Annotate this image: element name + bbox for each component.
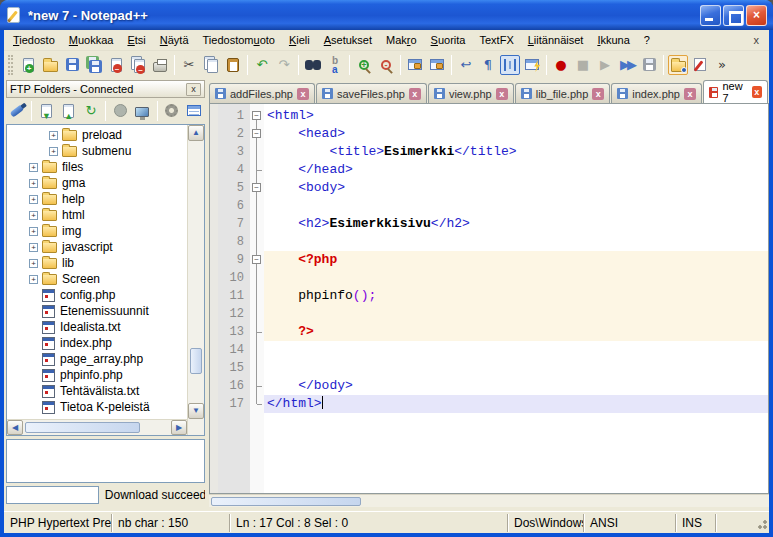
function-completion-icon[interactable] [522, 55, 542, 75]
expand-icon[interactable]: + [29, 195, 38, 204]
editor-line-17[interactable]: 17</html> [210, 395, 768, 413]
menu-item-asetukset[interactable]: Asetukset [317, 32, 379, 48]
cut-icon[interactable]: ✂ [179, 55, 199, 75]
tab-new-7[interactable]: new 7x [703, 80, 768, 103]
editor-line-10[interactable]: 10 [210, 269, 768, 287]
macro-run-multiple-icon[interactable]: ▶▶ [617, 55, 637, 75]
tree-vertical-scrollbar[interactable]: ▲ ▼ [187, 125, 204, 435]
show-all-chars-icon[interactable]: ¶ [478, 55, 498, 75]
editor-line-11[interactable]: 11 phpinfo(); [210, 287, 768, 305]
menu-item-muokkaa[interactable]: Muokkaa [62, 32, 121, 48]
undo-icon[interactable]: ↶ [252, 55, 272, 75]
redo-icon[interactable]: ↷ [274, 55, 294, 75]
expand-icon[interactable]: + [49, 147, 58, 156]
tree-item-index.php[interactable]: index.php [7, 335, 187, 351]
word-wrap-icon[interactable]: ↩ [456, 55, 476, 75]
tab-close-icon[interactable]: x [409, 88, 421, 100]
expand-icon[interactable]: + [49, 131, 58, 140]
upload-file-icon[interactable]: ▲ [59, 101, 79, 121]
tab-lib-file.php[interactable]: lib_file.phpx [515, 83, 611, 103]
tab-close-icon[interactable]: x [684, 88, 696, 100]
tree-item-teht-v-lista.txt[interactable]: Tehtävälista.txt [7, 383, 187, 399]
tab-close-icon[interactable]: x [752, 86, 762, 98]
tree-item-files[interactable]: +files [7, 159, 187, 175]
menu-item-textfx[interactable]: TextFX [472, 32, 520, 48]
replace-icon[interactable]: ba [325, 55, 345, 75]
toolbar-overflow-chevron-icon[interactable]: » [712, 55, 732, 75]
editor-line-5[interactable]: 5− <body> [210, 179, 768, 197]
editor-line-6[interactable]: 6 [210, 197, 768, 215]
tree-horizontal-scrollbar[interactable]: ◀ ▶ [7, 419, 187, 435]
close-all-icon[interactable]: – [128, 55, 148, 75]
fold-marker[interactable]: − [250, 125, 264, 143]
expand-icon[interactable]: + [29, 243, 38, 252]
new-file-icon[interactable]: + [18, 55, 38, 75]
ftp-status-input[interactable] [6, 486, 99, 504]
tree-item-img[interactable]: +img [7, 223, 187, 239]
remote-computer-icon[interactable] [132, 101, 152, 121]
abort-icon[interactable] [110, 101, 130, 121]
horizontal-scroll-thumb[interactable] [25, 422, 140, 433]
indent-guide-icon[interactable] [500, 55, 520, 75]
ftp-folders-toggle-icon[interactable] [668, 55, 688, 75]
zoom-out-icon[interactable]: - [376, 55, 396, 75]
copy-icon[interactable] [201, 55, 221, 75]
scroll-down-button[interactable]: ▼ [188, 403, 204, 419]
editor-line-14[interactable]: 14 [210, 341, 768, 359]
paste-icon[interactable] [223, 55, 243, 75]
editor-line-9[interactable]: 9− <?php [210, 251, 768, 269]
fold-marker[interactable]: − [250, 107, 264, 125]
tab-close-icon[interactable]: x [297, 88, 309, 100]
tree-item-submenu[interactable]: +submenu [7, 143, 187, 159]
editor-line-16[interactable]: 16 </body> [210, 377, 768, 395]
tree-item-phpinfo.php[interactable]: phpinfo.php [7, 367, 187, 383]
tab-close-icon[interactable]: x [592, 88, 604, 100]
close-file-icon[interactable]: – [106, 55, 126, 75]
menu-item-?[interactable]: ? [637, 32, 657, 48]
expand-icon[interactable]: + [29, 259, 38, 268]
expand-icon[interactable]: + [29, 227, 38, 236]
scroll-up-button[interactable]: ▲ [188, 125, 204, 141]
menu-item-tiedosto[interactable]: Tiedosto [6, 32, 62, 48]
maximize-button[interactable] [723, 5, 744, 26]
code-editor[interactable]: 1−<html>2− <head>3 <title>Esimerkki</tit… [209, 103, 769, 494]
tree-item-screen[interactable]: +Screen [7, 271, 187, 287]
macro-play-icon[interactable]: ▶ [595, 55, 615, 75]
macro-stop-icon[interactable]: ■ [573, 55, 593, 75]
title-bar[interactable]: *new 7 - Notepad++ × [0, 0, 773, 30]
scroll-right-button[interactable]: ▶ [171, 420, 187, 435]
refresh-icon[interactable]: ↻ [81, 101, 101, 121]
zoom-in-icon[interactable]: + [354, 55, 374, 75]
fold-marker[interactable]: − [250, 251, 264, 269]
expand-icon[interactable]: + [29, 211, 38, 220]
menu-item-nyt[interactable]: Näytä [153, 32, 196, 48]
tree-item-tietoa-k-peleist-[interactable]: Tietoa K-peleistä [7, 399, 187, 415]
editor-line-15[interactable]: 15 [210, 359, 768, 377]
menu-item-etsi[interactable]: Etsi [120, 32, 152, 48]
tab-savefiles.php[interactable]: saveFiles.phpx [316, 83, 427, 103]
macro-record-icon[interactable]: ● [551, 55, 571, 75]
menu-item-tiedostomuoto[interactable]: Tiedostomuoto [196, 32, 282, 48]
tree-item-etenemissuunnit[interactable]: Etenemissuunnit [7, 303, 187, 319]
find-icon[interactable] [303, 55, 323, 75]
macro-save-icon[interactable] [639, 55, 659, 75]
menu-item-liitnniset[interactable]: Liitännäiset [521, 32, 591, 48]
sync-horizontal-icon[interactable] [427, 55, 447, 75]
editor-line-7[interactable]: 7 <h2>Esimerkkisivu</h2> [210, 215, 768, 233]
editor-scroll-thumb[interactable] [211, 497, 361, 506]
editor-line-8[interactable]: 8 [210, 233, 768, 251]
tab-addfiles.php[interactable]: addFiles.phpx [209, 83, 315, 103]
editor-line-4[interactable]: 4 </head> [210, 161, 768, 179]
save-all-icon[interactable] [84, 55, 104, 75]
menu-item-suorita[interactable]: Suorita [424, 32, 473, 48]
menu-item-kieli[interactable]: Kieli [282, 32, 317, 48]
minimize-button[interactable] [700, 5, 721, 26]
tree-item-html[interactable]: +html [7, 207, 187, 223]
editor-line-3[interactable]: 3 <title>Esimerkki</title> [210, 143, 768, 161]
settings-gear-icon[interactable] [162, 101, 182, 121]
vertical-scroll-thumb[interactable] [190, 348, 202, 374]
tree-item-preload[interactable]: +preload [7, 127, 187, 143]
tree-item-page-array.php[interactable]: page_array.php [7, 351, 187, 367]
ftp-panel-close-button[interactable]: x [186, 83, 201, 96]
editor-line-12[interactable]: 12 [210, 305, 768, 323]
